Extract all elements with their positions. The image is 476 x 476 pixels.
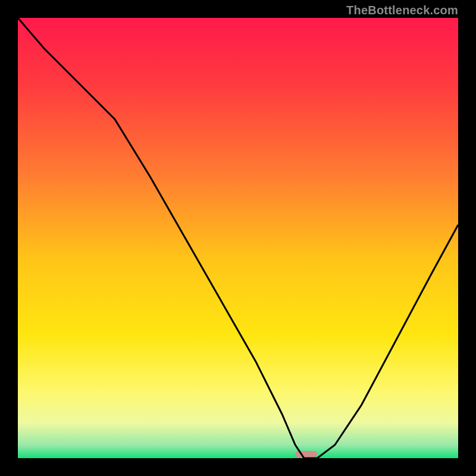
chart-svg: [18, 18, 458, 458]
chart-frame: TheBottleneck.com: [0, 0, 476, 476]
watermark-text: TheBottleneck.com: [346, 4, 458, 17]
plot-area: [18, 18, 458, 458]
optimal-marker: [295, 451, 317, 457]
gradient-background: [18, 18, 458, 458]
